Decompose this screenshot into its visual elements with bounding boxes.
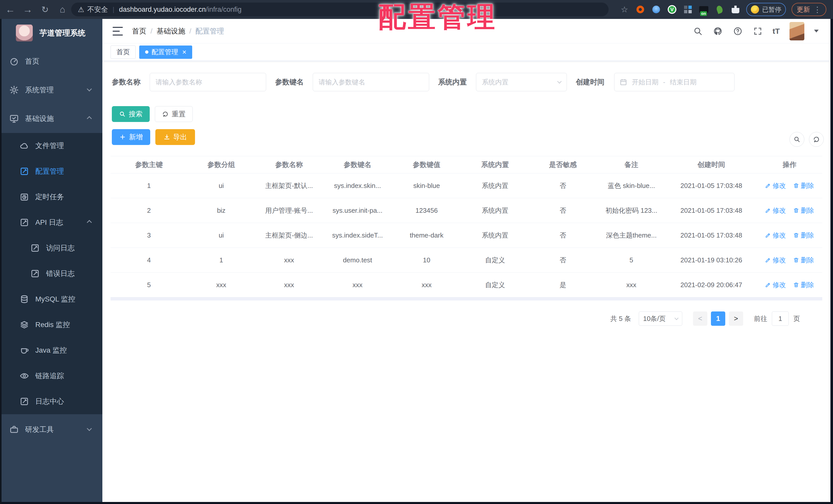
app-logo-row[interactable]: 芋道管理系统 <box>0 19 102 47</box>
extension-grid-icon[interactable] <box>683 4 693 15</box>
sidebar-item-infra[interactable]: 基础设施 <box>0 104 102 133</box>
reset-button[interactable]: 重置 <box>155 106 193 122</box>
table-cell: 自定义 <box>461 256 529 264</box>
pagination: 共 5 条 10条/页 < 1 > 前往 页 <box>610 311 800 326</box>
table-row: 1ui主框架页-默认...sys.index.skin...skin-blue系… <box>111 173 822 198</box>
table-row: 5xxxxxxxxxxxx自定义是xxx2021-02-09 20:06:47修… <box>111 273 822 297</box>
profile-paused-badge[interactable]: 已暂停 <box>746 3 786 16</box>
user-avatar[interactable] <box>789 22 804 41</box>
sidebar-item-home[interactable]: 首页 <box>0 47 102 76</box>
start-date-placeholder: 开始日期 <box>632 78 659 87</box>
sidebar-item-mysql-monitor[interactable]: MySQL 监控 <box>0 286 102 312</box>
extension-green-icon[interactable]: V <box>667 4 677 15</box>
goto-page-input[interactable] <box>772 311 789 326</box>
back-icon[interactable]: ← <box>3 0 18 19</box>
edit-link[interactable]: 修改 <box>765 280 786 289</box>
table-header-cell: 参数分组 <box>187 160 255 169</box>
breadcrumb-infra[interactable]: 基础设施 <box>157 26 185 36</box>
goto-label: 前往 <box>754 314 767 323</box>
address-bar[interactable]: ⚠ 不安全 | dashboard.yudao.iocoder.cn/infra… <box>71 3 609 16</box>
tag-config-manage[interactable]: 配置管理 × <box>139 46 192 59</box>
edit-link[interactable]: 修改 <box>765 206 786 215</box>
edit-link[interactable]: 修改 <box>765 231 786 240</box>
scrollbar-track[interactable] <box>830 19 833 504</box>
sidebar-item-file-manage[interactable]: 文件管理 <box>0 133 102 158</box>
extensions-row: ☆ V on 已暂停 更新 ⋮ <box>619 0 833 19</box>
fullscreen-icon[interactable] <box>753 26 763 36</box>
help-icon[interactable] <box>733 26 743 36</box>
table-header-cell: 参数键名 <box>323 160 392 169</box>
table-header-cell: 参数键值 <box>392 160 461 169</box>
page-number-button[interactable]: 1 <box>711 311 725 326</box>
sidebar-item-dev-tools[interactable]: 研发工具 <box>0 414 102 445</box>
extensions-puzzle-icon[interactable] <box>730 4 741 15</box>
table-cell: xxx <box>323 281 392 289</box>
home-icon[interactable]: ⌂ <box>55 0 70 19</box>
builtin-type-select[interactable]: 系统内置 <box>476 73 567 91</box>
breadcrumb: 首页 / 基础设施 / 配置管理 <box>132 26 224 36</box>
sidebar-item-system[interactable]: 系统管理 <box>0 76 102 104</box>
search-icon[interactable] <box>693 26 703 36</box>
table-header-cell: 备注 <box>597 160 666 169</box>
toggle-search-button[interactable] <box>789 132 804 147</box>
close-tag-icon[interactable]: × <box>182 49 186 56</box>
sidebar-item-error-log[interactable]: 错误日志 <box>0 261 102 286</box>
refresh-button[interactable] <box>809 132 824 147</box>
extension-sprout-icon[interactable] <box>715 4 725 15</box>
delete-link[interactable]: 删除 <box>793 181 814 190</box>
delete-link[interactable]: 删除 <box>793 206 814 215</box>
browser-update-button[interactable]: 更新 ⋮ <box>791 3 826 16</box>
search-button[interactable]: 搜索 <box>112 106 150 122</box>
extension-orange-icon[interactable] <box>635 4 645 15</box>
next-page-button[interactable]: > <box>729 311 743 326</box>
page-size-select[interactable]: 10条/页 <box>639 311 682 326</box>
sidebar-item-access-log[interactable]: 访问日志 <box>0 235 102 261</box>
date-separator: - <box>663 78 665 86</box>
sidebar-item-log-center[interactable]: 日志中心 <box>0 389 102 414</box>
sidebar-item-config-manage[interactable]: 配置管理 <box>0 158 102 184</box>
tag-home[interactable]: 首页 <box>111 46 136 59</box>
sidebar-item-scheduled-jobs[interactable]: 定时任务 <box>0 184 102 210</box>
update-label: 更新 <box>797 5 810 14</box>
prev-page-button[interactable]: < <box>693 311 707 326</box>
param-name-input[interactable] <box>150 73 266 91</box>
edit-link[interactable]: 修改 <box>765 181 786 190</box>
window-bottom-edge <box>0 502 833 504</box>
sidebar-item-label: 文件管理 <box>35 141 64 151</box>
table-cell: biz <box>187 207 255 215</box>
page-title-watermark: 配置管理 <box>378 0 497 36</box>
chevron-down-icon <box>557 79 562 84</box>
sidebar-item-java-monitor[interactable]: Java 监控 <box>0 337 102 363</box>
forward-icon[interactable]: → <box>20 0 35 19</box>
table-cell: xxx <box>392 281 461 289</box>
export-button-label: 导出 <box>173 132 187 142</box>
extension-on-icon[interactable]: on <box>699 4 709 15</box>
sidebar-item-label: MySQL 监控 <box>35 294 75 304</box>
browser-menu-icon[interactable]: ⋮ <box>813 5 821 14</box>
export-button[interactable]: 导出 <box>155 129 195 145</box>
sidebar-item-redis-monitor[interactable]: Redis 监控 <box>0 312 102 337</box>
sidebar: 芋道管理系统 首页 系统管理 基础设施 文件管理 配置管理 <box>0 19 102 504</box>
database-icon <box>20 294 29 304</box>
sidebar-item-tracing[interactable]: 链路追踪 <box>0 363 102 389</box>
extension-pin-icon[interactable] <box>651 4 661 15</box>
edit-link[interactable]: 修改 <box>765 256 786 264</box>
create-button[interactable]: 新增 <box>112 129 150 145</box>
table-cell: 用户管理-账号... <box>255 206 323 215</box>
delete-link[interactable]: 删除 <box>793 231 814 240</box>
param-key-input[interactable] <box>313 73 429 91</box>
bookmark-star-icon[interactable]: ☆ <box>619 4 629 15</box>
table-cell: sys.user.init-pa... <box>323 207 392 215</box>
page-size-value: 10条/页 <box>643 314 666 323</box>
reload-icon[interactable]: ↻ <box>38 0 53 19</box>
user-menu-caret-icon[interactable] <box>814 30 819 32</box>
table-cell: 系统内置 <box>461 206 529 215</box>
create-time-range-picker[interactable]: 开始日期 - 结束日期 <box>614 73 735 91</box>
collapse-menu-icon[interactable] <box>113 27 123 35</box>
breadcrumb-home[interactable]: 首页 <box>132 26 146 36</box>
delete-link[interactable]: 删除 <box>793 256 814 264</box>
font-size-icon[interactable]: tT <box>772 27 780 35</box>
github-icon[interactable] <box>713 26 723 36</box>
sidebar-item-api-log[interactable]: API 日志 <box>0 210 102 235</box>
delete-link[interactable]: 删除 <box>793 280 814 289</box>
